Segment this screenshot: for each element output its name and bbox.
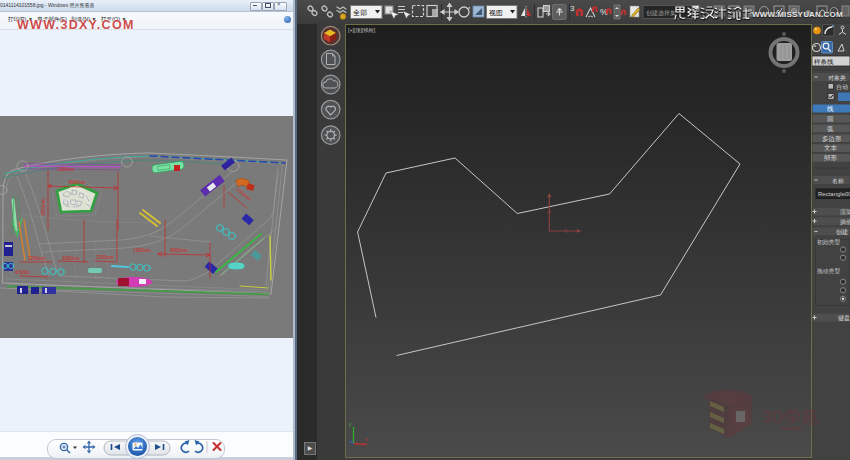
svg-text:拖动类型: 拖动类型 (817, 267, 840, 274)
svg-text:多边形: 多边形 (822, 135, 842, 143)
svg-text:3: 3 (570, 4, 575, 13)
svg-text:圆: 圆 (827, 115, 834, 122)
svg-text:创建: 创建 (836, 229, 848, 236)
svg-text:键盘: 键盘 (838, 315, 850, 322)
svg-text:4500mm: 4500mm (68, 180, 86, 185)
svg-text:插值: 插值 (840, 219, 850, 226)
svg-text:卵形: 卵形 (824, 154, 838, 162)
svg-text:4,500m: 4,500m (15, 270, 30, 275)
svg-text:[+][顶][线框]: [+][顶][线框] (348, 27, 376, 33)
svg-text:4800mm: 4800mm (170, 248, 188, 253)
svg-text:3200mm: 3200mm (28, 256, 46, 261)
svg-text:弧: 弧 (827, 125, 834, 132)
svg-text:渲染: 渲染 (840, 208, 850, 215)
svg-text:名称: 名称 (832, 178, 844, 185)
svg-text:3300mm: 3300mm (96, 255, 114, 260)
svg-text:Rectangle002: Rectangle002 (818, 191, 850, 197)
svg-text:1500mm: 1500mm (41, 198, 46, 216)
svg-text:自动: 自动 (836, 84, 848, 91)
svg-text:创建选择集: 创建选择集 (646, 10, 676, 17)
svg-text:对象类: 对象类 (828, 75, 846, 81)
svg-text:线: 线 (827, 105, 834, 112)
svg-text:x: x (365, 436, 368, 442)
svg-text:全部: 全部 (353, 9, 367, 17)
svg-text:1500mm: 1500mm (57, 167, 75, 172)
svg-text:文本: 文本 (824, 144, 838, 151)
svg-text:3D学苑: 3D学苑 (762, 408, 818, 427)
svg-text:1300mm: 1300mm (133, 248, 151, 253)
svg-text:视图: 视图 (489, 9, 503, 17)
svg-text:y: y (349, 421, 352, 427)
svg-text:3200mm: 3200mm (62, 256, 80, 261)
svg-text:样条线: 样条线 (814, 58, 834, 65)
svg-text:初始类型: 初始类型 (817, 238, 840, 246)
